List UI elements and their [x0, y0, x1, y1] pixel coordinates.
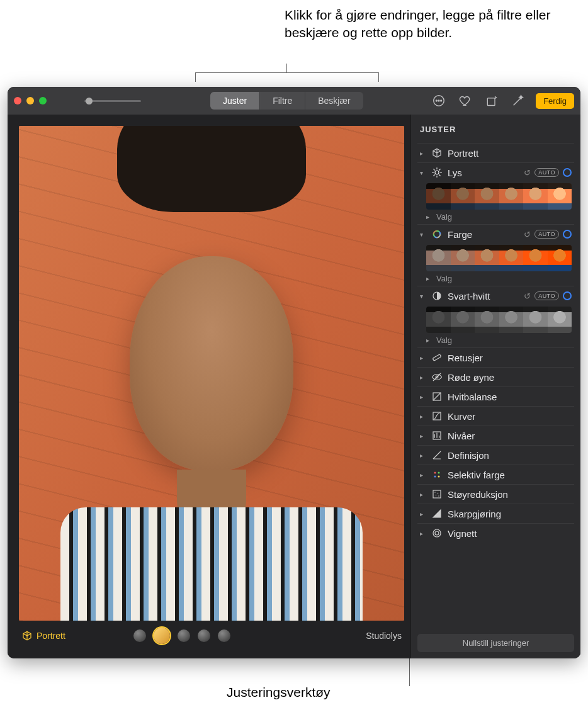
svg-point-23	[435, 531, 439, 535]
adj-definition[interactable]: ▸ Definisjon	[417, 445, 574, 465]
eye-off-icon	[431, 371, 443, 383]
svg-point-13	[434, 472, 436, 474]
sidebar-title: JUSTER	[420, 125, 574, 134]
vignette-icon	[431, 527, 443, 539]
svg-rect-8	[433, 354, 441, 361]
illustration	[117, 126, 306, 212]
undo-icon[interactable]: ↺	[524, 291, 531, 301]
adj-selective-color[interactable]: ▸ Selektiv farge	[417, 465, 574, 484]
adj-whitebalance[interactable]: ▸ Hvitbalanse	[417, 386, 574, 406]
adj-curves[interactable]: ▸ Kurver	[417, 406, 574, 426]
chevron-down-icon: ▾	[420, 169, 426, 176]
light-thumb-strip[interactable]	[426, 183, 572, 210]
adj-label: Skarpgjøring	[448, 509, 501, 519]
minimize-icon[interactable]	[26, 97, 34, 104]
adj-label: Portrett	[448, 148, 478, 159]
bw-icon	[431, 290, 443, 302]
toolbar-right: Ferdig	[430, 92, 574, 110]
lighting-option-5[interactable]	[218, 629, 230, 642]
chevron-right-icon: ▸	[420, 374, 426, 381]
canvas-area: Portrett Studiolys	[8, 115, 410, 658]
auto-button[interactable]: AUTO	[534, 230, 559, 239]
light-options[interactable]: ▸Valg	[426, 212, 574, 222]
adj-noise[interactable]: ▸ Støyreduksjon	[417, 484, 574, 504]
fullscreen-icon[interactable]	[39, 97, 47, 104]
edit-mode-tabs: Juster Filtre Beskjær	[210, 92, 363, 110]
adj-levels[interactable]: ▸ Nivåer	[417, 426, 574, 445]
zoom-slider[interactable]	[84, 100, 141, 102]
lighting-option-3[interactable]	[178, 629, 190, 642]
curves-icon	[431, 410, 443, 422]
lighting-option-4[interactable]	[198, 629, 210, 642]
lighting-option-1[interactable]	[133, 629, 146, 642]
callout-top: Klikk for å gjøre endringer, legge på fi…	[285, 6, 588, 42]
adj-retouch[interactable]: ▸ Retusjer	[417, 347, 574, 367]
adj-label: Røde øyne	[448, 372, 494, 383]
svg-point-20	[436, 495, 437, 496]
auto-button[interactable]: AUTO	[534, 291, 559, 300]
svg-point-21	[438, 495, 439, 497]
svg-point-1	[436, 100, 438, 101]
rotate-icon[interactable]	[483, 92, 500, 110]
chevron-right-icon: ▸	[420, 471, 426, 478]
chevron-down-icon: ▾	[420, 293, 426, 300]
chevron-right-icon: ▸	[420, 354, 426, 361]
toggle-ring[interactable]	[563, 291, 572, 300]
callout-bottom: Justeringsverktøy	[227, 685, 331, 700]
titlebar: Juster Filtre Beskjær Ferdig	[8, 87, 580, 115]
toggle-ring[interactable]	[563, 168, 572, 177]
adj-redeye[interactable]: ▸ Røde øyne	[417, 367, 574, 386]
adj-sharpen[interactable]: ▸ Skarpgjøring	[417, 504, 574, 523]
bw-options[interactable]: ▸Valg	[426, 336, 574, 345]
sharpen-icon	[431, 508, 443, 519]
adj-extras: ↺ AUTO	[524, 168, 572, 178]
done-button[interactable]: Ferdig	[536, 93, 574, 109]
photo-canvas[interactable]	[19, 126, 404, 621]
bw-thumb-strip[interactable]	[426, 307, 572, 333]
toggle-ring[interactable]	[563, 230, 572, 239]
lighting-option-2-selected[interactable]	[154, 628, 170, 644]
chevron-right-icon: ▸	[420, 452, 426, 459]
color-wheel-icon	[431, 228, 443, 240]
svg-point-3	[441, 100, 442, 101]
chevron-right-icon: ▸	[426, 337, 433, 344]
tab-crop[interactable]: Beskjær	[305, 92, 363, 110]
reset-adjustments-button[interactable]: Nullstill justeringer	[417, 634, 574, 652]
lighting-controls	[133, 628, 230, 644]
adj-color[interactable]: ▾ Farge ↺ AUTO	[417, 224, 574, 244]
heart-icon[interactable]	[456, 92, 474, 110]
adj-vignette[interactable]: ▸ Vignett	[417, 523, 574, 543]
sun-icon	[431, 167, 443, 178]
svg-point-19	[438, 493, 439, 494]
bandage-icon	[431, 352, 443, 363]
canvas-footer: Portrett Studiolys	[19, 621, 404, 651]
tab-adjust[interactable]: Juster	[210, 92, 260, 110]
svg-point-22	[433, 529, 441, 537]
undo-icon[interactable]: ↺	[524, 168, 531, 178]
svg-point-5	[435, 171, 439, 174]
adj-label: Lys	[448, 167, 462, 178]
noise-icon	[431, 488, 443, 500]
undo-icon[interactable]: ↺	[524, 230, 531, 239]
color-thumb-strip[interactable]	[426, 245, 572, 271]
more-icon[interactable]	[430, 92, 448, 110]
tab-filters[interactable]: Filtre	[260, 92, 305, 110]
close-icon[interactable]	[14, 97, 21, 104]
adj-bw[interactable]: ▾ Svart-hvitt ↺ AUTO	[417, 286, 574, 305]
svg-point-2	[438, 100, 439, 101]
illustration	[130, 256, 293, 470]
adj-label: Nivåer	[448, 431, 475, 441]
adj-label: Vignett	[448, 528, 477, 539]
definition-icon	[431, 449, 443, 461]
adj-label: Definisjon	[448, 450, 489, 461]
color-options[interactable]: ▸Valg	[426, 274, 574, 283]
cube-icon	[431, 147, 443, 159]
adj-portrait[interactable]: ▸ Portrett	[417, 143, 574, 162]
lighting-name-label: Studiolys	[366, 631, 402, 641]
auto-button[interactable]: AUTO	[534, 168, 559, 177]
wand-icon[interactable]	[509, 92, 527, 110]
portrait-badge[interactable]: Portrett	[21, 630, 65, 641]
adj-light[interactable]: ▾ Lys ↺ AUTO	[417, 162, 574, 182]
adj-label: Farge	[448, 229, 472, 240]
adj-extras: ↺ AUTO	[524, 291, 572, 301]
